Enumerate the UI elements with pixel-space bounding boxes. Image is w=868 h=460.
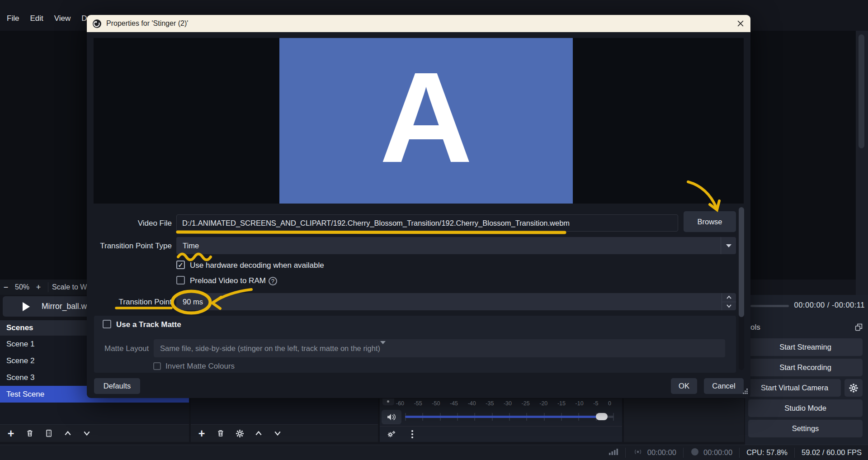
help-icon[interactable]: ? [269,277,277,285]
cpu-usage: CPU: 57.8% [746,448,788,457]
properties-dialog: Properties for 'Stinger (2)' A Video Fil… [87,15,750,398]
double-gear-icon [387,430,396,438]
dialog-title-bar[interactable]: Properties for 'Stinger (2)' [87,15,750,32]
chevron-up-icon [726,295,732,299]
advanced-audio-button[interactable] [387,430,396,439]
remove-scene-button[interactable] [25,429,34,438]
empty-dock-panel [624,398,744,442]
menu-file[interactable]: File [7,14,19,23]
move-source-up-button[interactable] [254,429,263,438]
browse-button[interactable]: Browse [684,211,736,232]
zoom-level: 50% [12,283,33,291]
use-track-matte-checkbox[interactable] [103,320,111,328]
source-properties-button[interactable] [235,429,244,438]
scenes-panel-title: Scenes [6,323,33,332]
db-tick-label: -60 [396,400,404,407]
menu-edit[interactable]: Edit [30,14,43,23]
defaults-button[interactable]: Defaults [94,378,140,394]
dialog-scrollbar[interactable] [739,207,744,370]
media-playback-row: 00:00:00 / -00:00:11 [745,295,868,317]
hardware-decoding-checkbox[interactable]: ✓ [176,261,185,269]
matte-layout-dropdown[interactable]: Same file, side-by-side (stinger on the … [154,339,725,357]
db-tick-label: -5 [593,400,598,407]
dialog-scrollbar-thumb[interactable] [739,207,744,317]
settings-button[interactable]: Settings [748,420,863,437]
transition-point-spinbox[interactable]: 90 ms [176,293,736,310]
db-tick-label: -25 [522,400,530,407]
use-track-matte-label: Use a Track Matte [116,320,181,329]
hardware-decoding-label: Use hardware decoding when available [190,261,324,270]
db-tick-label: -35 [486,400,494,407]
chevron-down-icon [83,431,90,436]
mixer-partial-button[interactable] [382,398,394,405]
preload-ram-text: Preload Video to RAM [190,276,266,285]
volume-slider-handle[interactable] [596,413,608,420]
sources-toolbar: + [191,424,378,442]
chevron-down-icon [726,304,732,308]
play-icon[interactable] [23,302,30,311]
scale-to-window-button[interactable]: Scale to Wi [52,283,89,291]
move-source-down-button[interactable] [273,429,282,438]
dropdown-arrow-segment [380,344,386,353]
mute-toggle-button[interactable] [382,410,401,424]
media-seek-slider[interactable] [750,305,789,307]
status-bar: 00:00:00 00:00:00 CPU: 57.8% 59.02 / 60.… [0,445,868,460]
transition-preview: A [94,38,744,204]
matte-layout-label: Matte Layout [104,344,149,353]
db-tick-label: -45 [450,400,458,407]
studio-mode-button[interactable]: Studio Mode [748,399,863,417]
mixer-menu-button[interactable] [408,430,417,439]
scene-label: Scene 2 [6,356,34,365]
menu-view[interactable]: View [54,14,71,23]
stream-timer: 00:00:00 [647,448,676,457]
status-divider [794,448,795,458]
obs-main-window: File Edit View Dock − 50% + Scale to Wi … [0,0,868,460]
video-file-input[interactable]: D:/1.ANIMATED_SCREENS_AND_CLIPART/192.Ch… [176,214,678,232]
add-scene-button[interactable]: + [6,429,15,438]
volume-slider-fill [405,416,599,418]
preload-ram-checkbox[interactable] [176,276,185,285]
dialog-close-button[interactable] [734,18,747,29]
start-virtual-camera-button[interactable]: Start Virtual Camera [748,379,841,397]
spin-buttons [722,293,736,310]
status-divider [683,448,684,458]
add-source-button[interactable]: + [197,429,206,438]
virtual-camera-settings-button[interactable] [844,379,863,397]
spin-up-button[interactable] [722,293,736,302]
db-tick-label: 0 [608,400,611,407]
transition-point-value: 90 ms [183,298,203,306]
transition-point-type-dropdown[interactable]: Time [176,237,736,254]
record-timer: 00:00:00 [703,448,732,457]
scene-label: Test Scene [6,390,44,399]
media-time-display: 00:00:00 / -00:00:11 [794,301,865,309]
dialog-resize-grip[interactable] [743,388,748,396]
kebab-menu-icon [411,430,414,439]
volume-db-ruler: -60 -55 -50 -45 -40 -35 -30 -25 -20 -15 … [396,400,611,407]
dock-popout-icon[interactable] [855,323,863,333]
stinger-video-frame: A [279,38,573,204]
controls-panel-title: ols [750,323,760,332]
ok-button[interactable]: OK [671,378,697,394]
spin-down-button[interactable] [722,302,736,311]
invert-matte-checkbox[interactable] [153,362,161,370]
preview-letter: A [380,53,473,182]
scenes-toolbar: + [0,424,189,442]
move-scene-up-button[interactable] [63,429,72,438]
remove-source-button[interactable] [216,429,225,438]
gear-icon [849,384,858,393]
record-status-icon [690,447,699,458]
zoom-in-button[interactable]: + [33,283,44,292]
move-scene-down-button[interactable] [82,429,91,438]
right-scrollbar[interactable] [859,34,864,148]
dropdown-arrow-segment [721,237,736,254]
start-streaming-button[interactable]: Start Streaming [748,338,863,356]
video-file-path: D:/1.ANIMATED_SCREENS_AND_CLIPART/192.Ch… [182,219,570,228]
controls-panel-header: ols [745,319,868,336]
status-divider [739,448,740,458]
cancel-button[interactable]: Cancel [704,378,744,394]
zoom-out-button[interactable]: − [0,283,12,292]
start-recording-button[interactable]: Start Recording [748,359,863,376]
scene-filters-button[interactable] [44,429,53,438]
stream-status-icon [632,448,643,458]
transition-point-label: Transition Point [87,298,172,307]
